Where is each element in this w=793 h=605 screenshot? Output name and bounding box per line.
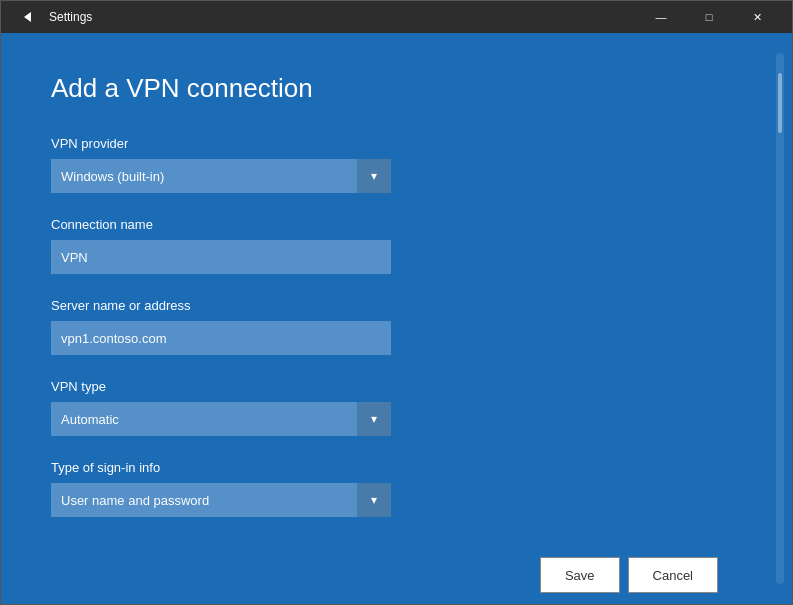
connection-name-input[interactable] [51,240,391,274]
vpn-type-chevron-icon: ▾ [357,402,391,436]
server-group: Server name or address [51,298,718,355]
maximize-button[interactable]: □ [686,1,732,33]
titlebar: Settings — □ ✕ [1,1,792,33]
vpn-provider-group: VPN provider Windows (built-in) ▾ [51,136,718,193]
vpn-provider-chevron-icon: ▾ [357,159,391,193]
content-area: Add a VPN connection VPN provider Window… [1,33,792,604]
cancel-button[interactable]: Cancel [628,557,718,593]
connection-name-group: Connection name [51,217,718,274]
form-panel: Add a VPN connection VPN provider Window… [1,33,768,604]
vpn-type-group: VPN type Automatic ▾ [51,379,718,436]
connection-name-label: Connection name [51,217,718,232]
signin-select[interactable]: User name and password ▾ [51,483,391,517]
signin-chevron-icon: ▾ [357,483,391,517]
save-button[interactable]: Save [540,557,620,593]
close-button[interactable]: ✕ [734,1,780,33]
vpn-provider-value: Windows (built-in) [51,169,357,184]
vpn-type-label: VPN type [51,379,718,394]
button-row: Save Cancel [51,557,718,593]
page-title: Add a VPN connection [51,73,718,104]
settings-window: Settings — □ ✕ Add a VPN connection VPN … [0,0,793,605]
back-button[interactable] [13,3,41,31]
window-controls: — □ ✕ [638,1,780,33]
svg-marker-0 [24,12,31,22]
scrollbar-track[interactable] [776,53,784,584]
vpn-provider-select[interactable]: Windows (built-in) ▾ [51,159,391,193]
signin-label: Type of sign-in info [51,460,718,475]
scrollbar-thumb [778,73,782,133]
signin-group: Type of sign-in info User name and passw… [51,460,718,517]
vpn-type-value: Automatic [51,412,357,427]
server-input[interactable] [51,321,391,355]
signin-value: User name and password [51,493,357,508]
window-title: Settings [49,10,638,24]
minimize-button[interactable]: — [638,1,684,33]
server-label: Server name or address [51,298,718,313]
vpn-type-select[interactable]: Automatic ▾ [51,402,391,436]
vpn-provider-label: VPN provider [51,136,718,151]
